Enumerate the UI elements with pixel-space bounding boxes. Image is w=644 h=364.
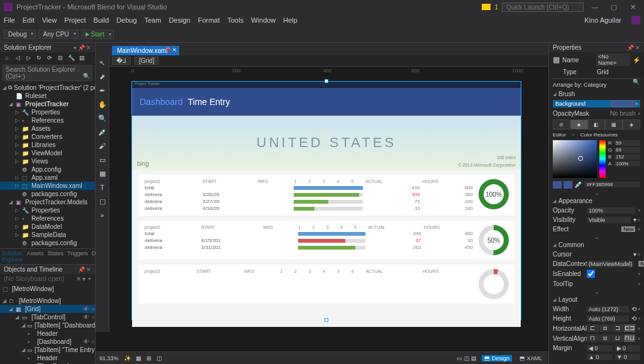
margin-b[interactable]: ▼ 0	[615, 354, 641, 360]
rectangle-tool-icon[interactable]: ▭	[97, 155, 108, 165]
tab-triggers[interactable]: Triggers	[65, 249, 90, 264]
minimize-button[interactable]: —	[587, 3, 602, 11]
user-avatar-icon[interactable]	[631, 16, 640, 25]
valign-stretch[interactable]: ⊓⊔	[624, 334, 636, 342]
start-button[interactable]: Start	[81, 30, 114, 39]
properties-node[interactable]: ▷🔧Properties	[0, 108, 95, 116]
saturation-value-picker[interactable]	[553, 140, 597, 178]
libraries-node[interactable]: ▷📁Libraries	[0, 141, 95, 149]
maximize-button[interactable]: ▢	[606, 3, 621, 11]
ruleset-node[interactable]: 📄Ruleset	[0, 92, 95, 100]
properties-icon[interactable]: 🔧	[67, 53, 75, 62]
tab-assets[interactable]: Assets	[25, 249, 46, 264]
back-icon[interactable]: ◁	[13, 53, 22, 62]
width-reset-icon[interactable]: ⟲ ▫	[631, 306, 640, 312]
nobrush-tab[interactable]: ⊘	[553, 119, 570, 130]
tab-pin-icon[interactable]: 📌 ✕	[164, 47, 176, 53]
brush-expand[interactable]: ⌄	[549, 190, 644, 196]
prev-swatch[interactable]	[564, 181, 572, 189]
resize-handle-n[interactable]	[325, 79, 328, 83]
solution-root[interactable]: ◢⧉Solution 'ProjectTracker' (2 projects)	[0, 84, 95, 92]
dashboard-tab[interactable]: Dashboard	[140, 97, 183, 107]
project2-node[interactable]: ◢▣ProjectTracker.Models	[0, 198, 95, 206]
crumb-grid[interactable]: [Grid]	[135, 57, 158, 65]
forward-icon[interactable]: ▷	[24, 53, 33, 62]
assets-tool-icon[interactable]: »	[97, 210, 108, 220]
menu-project[interactable]: Project	[64, 16, 86, 24]
menu-edit[interactable]: Edit	[23, 16, 35, 24]
visibility-dropdown[interactable]: Visible	[587, 217, 631, 223]
datacontext-value[interactable]: (MainViewModel)	[587, 261, 634, 267]
valign-top[interactable]: ⊓	[587, 334, 599, 342]
panel-close-icon[interactable]: ✕	[86, 45, 91, 51]
brush-category[interactable]: Brush	[549, 89, 644, 99]
menu-team[interactable]: Team	[145, 16, 162, 24]
valign-center[interactable]: ⧈	[599, 334, 611, 342]
config-dropdown[interactable]: Debug	[4, 30, 36, 39]
timeline-window[interactable]: ◢□[MetroWindow]	[0, 297, 95, 305]
button-tool-icon[interactable]: ▢	[97, 196, 108, 206]
halign-stretch[interactable]: ⊏⊐	[624, 324, 636, 332]
current-swatch[interactable]	[553, 181, 562, 189]
direct-select-icon[interactable]: ⬈	[97, 72, 108, 82]
tab-states[interactable]: States	[46, 249, 66, 264]
timeline-tabcontrol[interactable]: ◢▭[TabControl]👁 ○	[0, 313, 95, 321]
grid-icon[interactable]: ⊞	[147, 355, 152, 361]
packages2-node[interactable]: ⚙packages.config	[0, 239, 95, 247]
tab-solution-explorer[interactable]: Solution Explorer	[0, 249, 25, 264]
events-icon[interactable]: ⚡	[633, 57, 640, 63]
name-input[interactable]: <No Name>	[596, 53, 630, 66]
timeline-header2[interactable]: ▫Header	[0, 354, 95, 362]
menu-view[interactable]: View	[42, 16, 57, 24]
width-input[interactable]: Auto (1272)	[587, 306, 629, 312]
appconfig-node[interactable]: ⚙App.config	[0, 165, 95, 174]
solution-explorer-search[interactable]: Search Solution Explorer (Ctrl+;)	[3, 65, 92, 81]
colorres-tab[interactable]: Color Resources	[580, 132, 618, 138]
design-view-tab[interactable]: ⬒ Design	[482, 355, 512, 361]
menu-window[interactable]: Window	[251, 16, 275, 24]
timeline-close-icon[interactable]: ✕	[86, 267, 91, 273]
properties2-node[interactable]: ▷🔧Properties	[0, 206, 95, 214]
halign-center[interactable]: ⧈	[599, 324, 611, 332]
viewmodel-node[interactable]: ▷📁ViewModel	[0, 149, 95, 157]
menu-debug[interactable]: Debug	[116, 16, 136, 24]
references2-node[interactable]: ▷▫References	[0, 214, 95, 223]
xaml-view-tab[interactable]: ⬒ XAML	[517, 355, 545, 361]
g-input[interactable]: 89	[614, 147, 640, 153]
height-reset-icon[interactable]: ⟲ ▫	[631, 315, 640, 322]
solid-tab[interactable]: ■	[570, 119, 588, 130]
timeline-tab2[interactable]: ◢▭[TabItem] "Time Entry"👁 ○	[0, 346, 95, 354]
dc-new-button[interactable]: New	[638, 261, 644, 267]
isenabled-checkbox[interactable]	[587, 270, 595, 278]
zoom-tool-icon[interactable]: 🔍	[97, 113, 108, 123]
margin-l[interactable]: ◀ 0	[587, 345, 613, 351]
timeline-root[interactable]: ⬚[MetroWindow]	[0, 285, 95, 293]
menu-help[interactable]: Help	[283, 16, 297, 24]
timeline-header1[interactable]: ▫Header	[0, 329, 95, 338]
notification-flag-icon[interactable]	[482, 4, 491, 10]
layout-tool-icon[interactable]: ▦	[97, 168, 108, 179]
appearance-category[interactable]: Appearance	[549, 196, 644, 206]
props-close-icon[interactable]: ✕	[635, 45, 640, 51]
timeline-pin-icon[interactable]: 📌	[78, 267, 85, 273]
layout-icons[interactable]: ▭ ◫ ▤	[457, 355, 477, 361]
resize-handle-s[interactable]	[325, 318, 328, 322]
design-canvas[interactable]: Project Tracker Dashboard Time Entry UNI…	[109, 78, 548, 351]
layout-expand[interactable]: ⌄	[549, 361, 644, 364]
height-input[interactable]: Auto (769)	[587, 316, 629, 322]
sampledata-node[interactable]: ▷📁SampleData	[0, 231, 95, 239]
split-icon[interactable]: ◫	[157, 355, 162, 361]
props-pin-icon[interactable]: 📌	[627, 45, 634, 51]
showall-icon[interactable]: ▤	[77, 53, 86, 62]
opacitymask-row[interactable]: OpacityMaskNo brush▫	[549, 109, 644, 118]
resource-tab[interactable]: ◈	[623, 119, 640, 130]
gradient-tab[interactable]: ◧	[588, 119, 606, 130]
home-icon[interactable]: ⌂	[3, 53, 11, 62]
crumb-root[interactable]: �⅃	[112, 57, 131, 65]
references-node[interactable]: ▷▫References	[0, 116, 95, 124]
editor-tab[interactable]: Editor	[553, 132, 566, 138]
quick-launch-input[interactable]	[502, 3, 584, 12]
map-view[interactable]: UNITED STATES bing 100 miles © 2013 Micr…	[132, 116, 521, 170]
document-tab[interactable]: MainWindow.xaml📌 ✕	[112, 46, 179, 55]
eyedropper-icon[interactable]: 💉	[97, 127, 108, 137]
